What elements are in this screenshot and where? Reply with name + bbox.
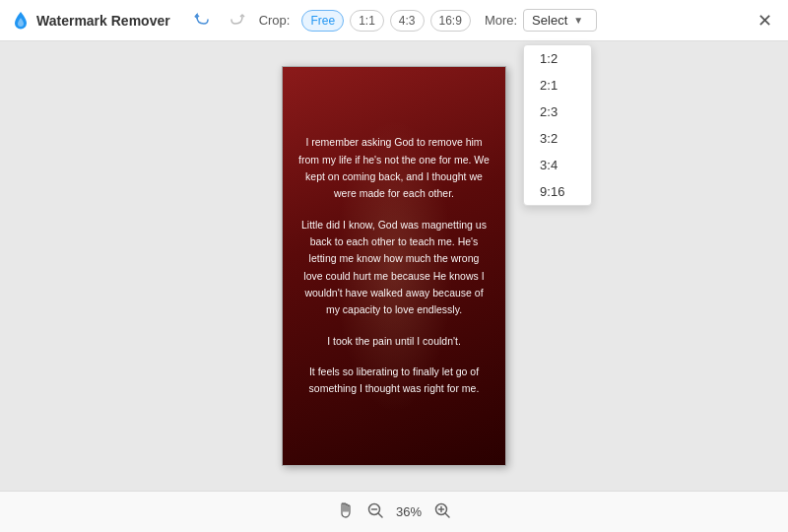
dropdown-item-2-1[interactable]: 2:1 [524, 72, 591, 99]
zoom-in-icon[interactable] [433, 501, 451, 523]
crop-16-9-button[interactable]: 16:9 [430, 10, 471, 32]
more-label: More: [485, 13, 517, 28]
crop-free-button[interactable]: Free [301, 10, 344, 32]
main-canvas: I remember asking God to remove him from… [0, 41, 788, 491]
svg-line-2 [378, 513, 382, 517]
crop-label: Crop: [259, 13, 291, 28]
zoom-out-icon[interactable] [366, 501, 384, 523]
app-title: Watermark Remover [36, 13, 170, 29]
select-dropdown[interactable]: Select ▼ [523, 9, 597, 32]
image-text-overlay: I remember asking God to remove him from… [283, 67, 505, 465]
crop-section: Free 1:1 4:3 16:9 [301, 10, 470, 32]
redo-icon [230, 13, 245, 29]
hand-tool-icon[interactable] [337, 501, 355, 523]
crop-4-3-button[interactable]: 4:3 [390, 10, 425, 32]
dropdown-item-3-2[interactable]: 3:2 [524, 125, 591, 152]
dropdown-menu: 1:2 2:1 2:3 3:2 3:4 9:16 [523, 44, 592, 206]
dropdown-item-9-16[interactable]: 9:16 [524, 178, 591, 205]
redo-button[interactable] [224, 7, 251, 34]
undo-button[interactable] [188, 7, 216, 34]
image-text-block-3: I took the pain until I couldn't. [327, 333, 461, 350]
svg-line-6 [445, 513, 449, 517]
undo-icon [194, 13, 210, 29]
close-button[interactable]: ✕ [751, 7, 778, 34]
footer: 36% [0, 491, 788, 532]
app-logo-icon [10, 10, 32, 32]
image-preview: I remember asking God to remove him from… [282, 66, 506, 466]
select-wrapper: Select ▼ 1:2 2:1 2:3 3:2 3:4 9:16 [523, 9, 597, 32]
image-text-block-2: Little did I know, God was magnetting us… [298, 217, 490, 319]
dropdown-item-1-2[interactable]: 1:2 [524, 45, 591, 72]
close-icon: ✕ [757, 10, 772, 32]
image-text-block-4: It feels so liberating to finally let go… [298, 364, 490, 398]
crop-1-1-button[interactable]: 1:1 [350, 10, 384, 32]
zoom-level: 36% [396, 504, 422, 519]
app-logo: Watermark Remover [10, 10, 170, 32]
image-text-block-1: I remember asking God to remove him from… [298, 134, 490, 202]
more-section: More: Select ▼ 1:2 2:1 2:3 3:2 3:4 9:16 [485, 9, 597, 32]
dropdown-item-2-3[interactable]: 2:3 [524, 99, 591, 125]
toolbar: Watermark Remover Crop: Free 1:1 4:3 16:… [0, 0, 788, 41]
select-label: Select [532, 13, 567, 28]
dropdown-item-3-4[interactable]: 3:4 [524, 152, 591, 178]
chevron-down-icon: ▼ [573, 15, 583, 26]
